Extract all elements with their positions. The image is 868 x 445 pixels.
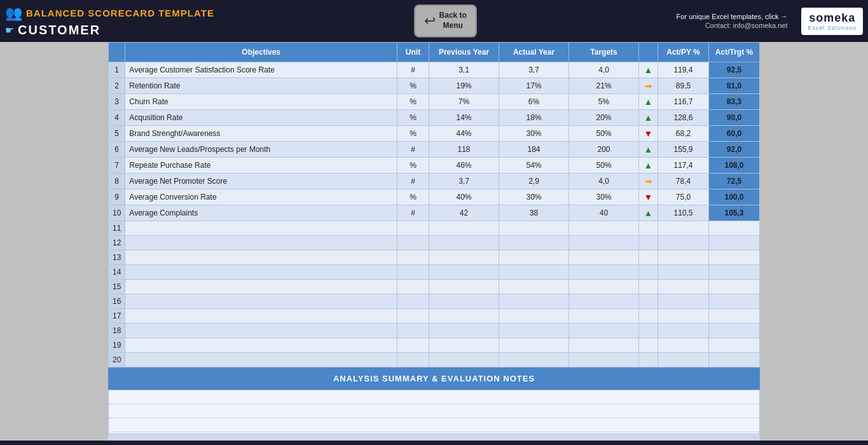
- prev-empty: [429, 338, 499, 353]
- excel-templates-text: For unique Excel templates, click →: [677, 13, 788, 20]
- logo-section: 👥 BALANCED SCORECARD TEMPLATE ☛ CUSTOMER: [5, 5, 214, 38]
- prev-year-cell: 19%: [429, 78, 499, 94]
- prev-year-cell: 7%: [429, 94, 499, 110]
- table-row: 10 Average Complaints # 42 38 40 ▲ 110,5…: [109, 205, 760, 221]
- row-number: 15: [109, 280, 125, 294]
- header-click-text: For unique Excel templates, click →: [677, 13, 788, 20]
- actual-year-cell: 30%: [499, 126, 569, 142]
- trend-empty: [639, 294, 658, 309]
- trend-cell: ▲: [639, 62, 658, 78]
- prev-empty: [429, 221, 499, 236]
- act-py-empty: [658, 280, 709, 294]
- unit-empty: [397, 265, 429, 280]
- back-to-menu-button[interactable]: ↩ Back toMenu: [414, 4, 477, 37]
- trend-cell: ▲: [639, 158, 658, 174]
- targets-cell: 30%: [569, 189, 639, 205]
- row-number: 5: [109, 126, 125, 142]
- row-number: 13: [109, 250, 125, 265]
- actual-empty: [499, 294, 569, 309]
- act-py-cell: 119,4: [658, 62, 709, 78]
- act-py-empty: [658, 338, 709, 353]
- trend-cell: ➡: [639, 174, 658, 189]
- trend-empty: [639, 236, 658, 250]
- unit-empty: [397, 338, 429, 353]
- targets-empty: [569, 294, 639, 309]
- trend-icon: ➡: [645, 81, 652, 91]
- table-row-empty: 12: [109, 236, 760, 250]
- targets-empty: [569, 280, 639, 294]
- table-row: 8 Average Net Promoter Score # 3,7 2,9 4…: [109, 174, 760, 189]
- trend-cell: ▲: [639, 110, 658, 126]
- analysis-row-1: [109, 390, 759, 404]
- act-trgt-empty: [709, 294, 760, 309]
- act-trgt-cell: 90,0: [709, 110, 760, 126]
- table-row-empty: 18: [109, 324, 760, 338]
- prev-empty: [429, 265, 499, 280]
- table-row: 7 Repeate Purchase Rate % 46% 54% 50% ▲ …: [109, 158, 760, 174]
- table-row-empty: 20: [109, 353, 760, 367]
- act-py-empty: [658, 221, 709, 236]
- targets-empty: [569, 250, 639, 265]
- actual-empty: [499, 324, 569, 338]
- actual-year-cell: 3,7: [499, 62, 569, 78]
- obj-empty: [125, 221, 397, 236]
- actual-empty: [499, 236, 569, 250]
- main-content: Objectives Unit Previous Year Actual Yea…: [108, 42, 760, 441]
- act-trgt-empty: [709, 280, 760, 294]
- act-trgt-cell: 92,0: [709, 142, 760, 158]
- act-py-cell: 110,5: [658, 205, 709, 221]
- trend-empty: [639, 265, 658, 280]
- prev-year-cell: 46%: [429, 158, 499, 174]
- act-trgt-empty: [709, 236, 760, 250]
- trend-cell: ➡: [639, 78, 658, 94]
- header-title-row: 👥 BALANCED SCORECARD TEMPLATE: [5, 5, 214, 22]
- targets-empty: [569, 324, 639, 338]
- row-number: 20: [109, 353, 125, 367]
- actual-empty: [499, 338, 569, 353]
- trend-icon: ▲: [644, 65, 653, 75]
- act-trgt-cell: 100,0: [709, 189, 760, 205]
- act-trgt-cell: 81,0: [709, 78, 760, 94]
- prev-year-cell: 118: [429, 142, 499, 158]
- unit-cell: %: [397, 189, 429, 205]
- actual-empty: [499, 265, 569, 280]
- objective-cell: Average Customer Satisfaction Score Rate: [125, 62, 397, 78]
- col-act-py: Act/PY %: [658, 43, 709, 62]
- analysis-row-3: [109, 418, 759, 432]
- someka-logo-text: someka: [809, 11, 855, 25]
- act-trgt-empty: [709, 250, 760, 265]
- trend-icon: ▲: [644, 97, 653, 107]
- targets-cell: 40: [569, 205, 639, 221]
- trend-empty: [639, 250, 658, 265]
- actual-year-cell: 2,9: [499, 174, 569, 189]
- prev-year-cell: 3,7: [429, 174, 499, 189]
- col-unit: Unit: [397, 43, 429, 62]
- row-number: 14: [109, 265, 125, 280]
- prev-empty: [429, 309, 499, 324]
- table-row: 6 Average New Leads/Prospects per Month …: [109, 142, 760, 158]
- trend-icon: ▲: [644, 113, 653, 123]
- act-py-cell: 75,0: [658, 189, 709, 205]
- act-trgt-empty: [709, 309, 760, 324]
- header: 👥 BALANCED SCORECARD TEMPLATE ☛ CUSTOMER…: [0, 0, 868, 42]
- targets-cell: 50%: [569, 126, 639, 142]
- unit-empty: [397, 250, 429, 265]
- row-number: 8: [109, 174, 125, 189]
- table-row-empty: 16: [109, 294, 760, 309]
- col-num: [109, 43, 125, 62]
- trend-icon: ▲: [644, 144, 653, 154]
- analysis-body[interactable]: [108, 390, 760, 434]
- objective-cell: Acqusition Rate: [125, 110, 397, 126]
- unit-cell: #: [397, 174, 429, 189]
- row-number: 7: [109, 158, 125, 174]
- table-row: 9 Average Conversion Rate % 40% 30% 30% …: [109, 189, 760, 205]
- header-subtitle-row: ☛ CUSTOMER: [5, 23, 100, 38]
- act-trgt-cell: 105,3: [709, 205, 760, 221]
- unit-empty: [397, 236, 429, 250]
- actual-empty: [499, 309, 569, 324]
- prev-year-cell: 3,1: [429, 62, 499, 78]
- obj-empty: [125, 353, 397, 367]
- trend-cell: ▼: [639, 189, 658, 205]
- act-trgt-empty: [709, 324, 760, 338]
- actual-empty: [499, 353, 569, 367]
